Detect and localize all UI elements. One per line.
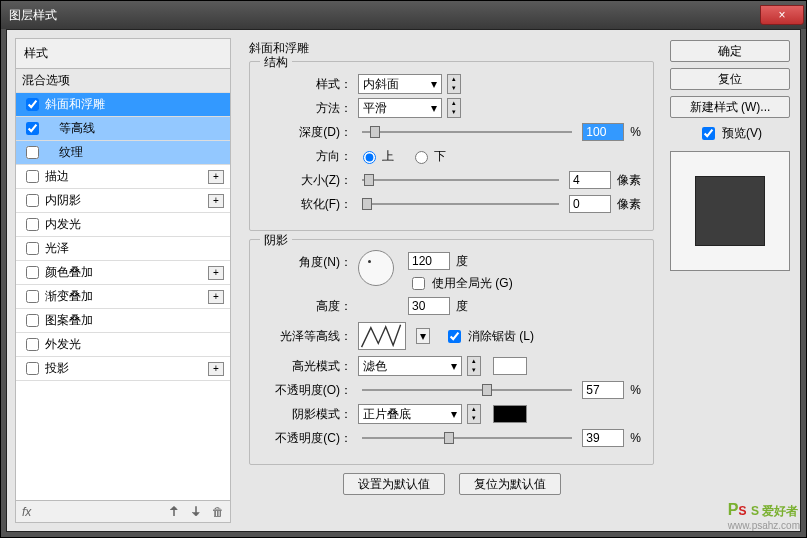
- list-item-label: 外发光: [45, 336, 81, 353]
- highlight-opacity-slider[interactable]: [362, 383, 572, 397]
- highlight-color-swatch[interactable]: [493, 357, 527, 375]
- angle-field[interactable]: [408, 252, 450, 270]
- effect-item-2[interactable]: 纹理: [16, 141, 230, 165]
- effect-checkbox[interactable]: [26, 218, 39, 231]
- effect-item-3[interactable]: 描边+: [16, 165, 230, 189]
- panel-title: 斜面和浮雕: [249, 40, 654, 57]
- style-select[interactable]: 内斜面▾: [358, 74, 442, 94]
- shadow-mode-label: 阴影模式：: [262, 406, 352, 423]
- arrow-down-icon[interactable]: 🠇: [190, 505, 202, 519]
- reset-button[interactable]: 复位: [670, 68, 790, 90]
- effect-checkbox[interactable]: [26, 362, 39, 375]
- unit-label: 像素: [617, 172, 641, 189]
- effect-item-1[interactable]: 等高线: [16, 117, 230, 141]
- effect-item-5[interactable]: 内发光: [16, 213, 230, 237]
- depth-slider[interactable]: [362, 125, 572, 139]
- list-item-label: 光泽: [45, 240, 69, 257]
- shadow-opacity-slider[interactable]: [362, 431, 572, 445]
- fx-icon[interactable]: fx: [22, 505, 31, 519]
- effect-checkbox[interactable]: [26, 314, 39, 327]
- effect-checkbox[interactable]: [26, 242, 39, 255]
- structure-group: 结构 样式： 内斜面▾ ▴▾ 方法： 平滑▾ ▴▾ 深度(D)： %: [249, 61, 654, 231]
- effect-item-9[interactable]: 图案叠加: [16, 309, 230, 333]
- preview-swatch: [695, 176, 765, 246]
- group-legend: 阴影: [260, 232, 292, 249]
- list-item-label: 颜色叠加: [45, 264, 93, 281]
- chevron-down-icon[interactable]: ▾: [416, 328, 430, 344]
- effect-item-0[interactable]: 斜面和浮雕: [16, 93, 230, 117]
- preview-box: [670, 151, 790, 271]
- add-effect-button[interactable]: +: [208, 290, 224, 304]
- angle-dial[interactable]: [358, 250, 394, 286]
- soften-label: 软化(F)：: [262, 196, 352, 213]
- close-icon: ×: [778, 8, 785, 22]
- antialias-checkbox[interactable]: 消除锯齿 (L): [444, 327, 534, 346]
- list-item-label: 纹理: [59, 144, 83, 161]
- effect-item-7[interactable]: 颜色叠加+: [16, 261, 230, 285]
- altitude-field[interactable]: [408, 297, 450, 315]
- soften-slider[interactable]: [362, 197, 559, 211]
- method-label: 方法：: [262, 100, 352, 117]
- direction-label: 方向：: [262, 148, 352, 165]
- set-default-button[interactable]: 设置为默认值: [343, 473, 445, 495]
- highlight-mode-select[interactable]: 滤色▾: [358, 356, 462, 376]
- depth-label: 深度(D)：: [262, 124, 352, 141]
- style-spinner[interactable]: ▴▾: [447, 74, 461, 94]
- effect-item-10[interactable]: 外发光: [16, 333, 230, 357]
- effect-checkbox[interactable]: [26, 170, 39, 183]
- arrow-up-icon[interactable]: 🠅: [168, 505, 180, 519]
- titlebar: 图层样式 ×: [1, 1, 806, 29]
- effect-item-6[interactable]: 光泽: [16, 237, 230, 261]
- unit-label: %: [630, 125, 641, 139]
- chevron-down-icon: ▾: [431, 101, 437, 115]
- list-item-label: 内阴影: [45, 192, 81, 209]
- shadow-mode-select[interactable]: 正片叠底▾: [358, 404, 462, 424]
- add-effect-button[interactable]: +: [208, 194, 224, 208]
- angle-label: 角度(N)：: [262, 250, 352, 271]
- effect-checkbox[interactable]: [26, 266, 39, 279]
- method-select[interactable]: 平滑▾: [358, 98, 442, 118]
- styles-footer: fx 🠅 🠇 🗑: [15, 501, 231, 523]
- highlight-opacity-label: 不透明度(O)：: [262, 382, 352, 399]
- depth-field[interactable]: [582, 123, 624, 141]
- add-effect-button[interactable]: +: [208, 170, 224, 184]
- new-style-button[interactable]: 新建样式 (W)...: [670, 96, 790, 118]
- effect-item-11[interactable]: 投影+: [16, 357, 230, 381]
- size-slider[interactable]: [362, 173, 559, 187]
- highlight-opacity-field[interactable]: [582, 381, 624, 399]
- method-spinner[interactable]: ▴▾: [447, 98, 461, 118]
- effect-checkbox[interactable]: [26, 146, 39, 159]
- effect-item-4[interactable]: 内阴影+: [16, 189, 230, 213]
- ok-button[interactable]: 确定: [670, 40, 790, 62]
- altitude-label: 高度：: [262, 298, 352, 315]
- blending-options-item[interactable]: 混合选项: [16, 69, 230, 93]
- reset-default-button[interactable]: 复位为默认值: [459, 473, 561, 495]
- soften-field[interactable]: [569, 195, 611, 213]
- shadow-opacity-field[interactable]: [582, 429, 624, 447]
- effect-checkbox[interactable]: [26, 98, 39, 111]
- global-light-checkbox[interactable]: 使用全局光 (G): [408, 274, 513, 293]
- close-button[interactable]: ×: [760, 5, 804, 25]
- size-field[interactable]: [569, 171, 611, 189]
- trash-icon[interactable]: 🗑: [212, 505, 224, 519]
- shadow-mode-spinner[interactable]: ▴▾: [467, 404, 481, 424]
- add-effect-button[interactable]: +: [208, 362, 224, 376]
- list-item-label: 等高线: [59, 120, 95, 137]
- direction-down-radio[interactable]: 下: [410, 148, 446, 165]
- effect-checkbox[interactable]: [26, 194, 39, 207]
- add-effect-button[interactable]: +: [208, 266, 224, 280]
- chevron-down-icon: ▾: [451, 359, 457, 373]
- dialog-content: 样式 混合选项 斜面和浮雕等高线纹理描边+内阴影+内发光光泽颜色叠加+渐变叠加+…: [6, 29, 801, 532]
- shadow-color-swatch[interactable]: [493, 405, 527, 423]
- preview-checkbox[interactable]: 预览(V): [670, 124, 790, 143]
- direction-up-radio[interactable]: 上: [358, 148, 394, 165]
- effect-checkbox[interactable]: [26, 338, 39, 351]
- highlight-mode-spinner[interactable]: ▴▾: [467, 356, 481, 376]
- effect-checkbox[interactable]: [26, 122, 39, 135]
- effect-item-8[interactable]: 渐变叠加+: [16, 285, 230, 309]
- list-item-label: 投影: [45, 360, 69, 377]
- settings-panel: 斜面和浮雕 结构 样式： 内斜面▾ ▴▾ 方法： 平滑▾ ▴▾ 深度(D)：: [239, 30, 664, 531]
- style-label: 样式：: [262, 76, 352, 93]
- effect-checkbox[interactable]: [26, 290, 39, 303]
- gloss-contour-picker[interactable]: [358, 322, 406, 350]
